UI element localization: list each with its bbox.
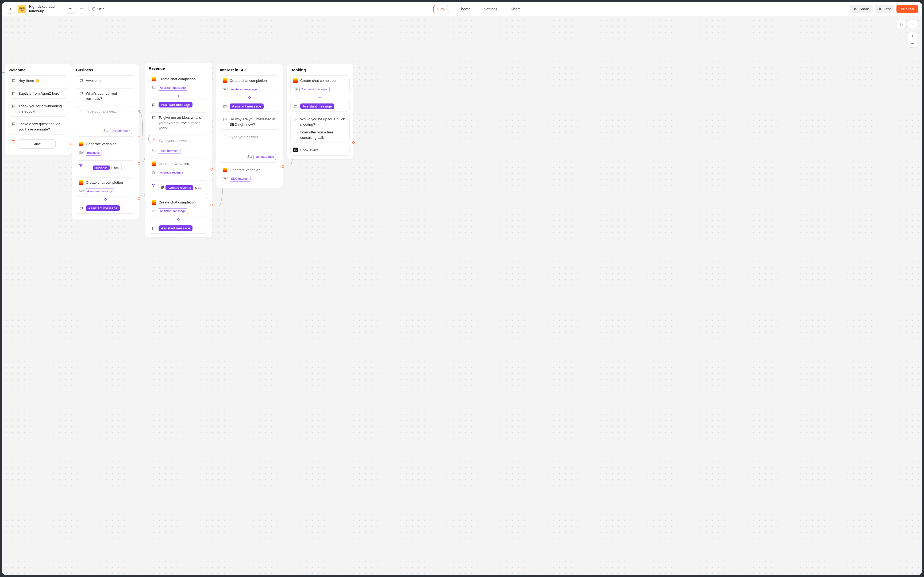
more-menu-button[interactable]: ···: [908, 20, 917, 29]
node-title: Business: [76, 68, 135, 72]
message-text: Hey there 👋: [18, 78, 65, 84]
node-business[interactable]: Business Awesome! What's your current bu…: [72, 64, 139, 219]
ai-link-icon: [290, 96, 350, 100]
undo-button[interactable]: [66, 5, 75, 14]
mistral-icon: [151, 161, 156, 166]
svg-rect-5: [12, 141, 15, 143]
publish-button[interactable]: Publish: [897, 5, 918, 13]
set-label: Set: [151, 149, 156, 153]
input-placeholder: Type your answer...: [230, 134, 261, 140]
message-text: I have a few questions, do you have a mi…: [18, 121, 65, 132]
ai-link-icon: [220, 96, 279, 100]
var-pill-assistant-message: Assistant message: [158, 208, 188, 214]
redo-button[interactable]: [76, 5, 85, 14]
var-pill-assistant-message: Assistant message: [229, 87, 259, 92]
text-input-icon: [223, 135, 227, 139]
flow-title: High ticket lead follow-up: [29, 5, 61, 13]
set-label: Set: [79, 150, 84, 155]
message-text: So why are you interested in SEO right n…: [230, 116, 276, 127]
node-revenue[interactable]: Revenue Create chat completion SetAssist…: [145, 63, 212, 237]
canvas[interactable]: {} ··· + − Welcome Hey there 👋 Baptiste …: [2, 16, 922, 575]
tab-theme[interactable]: Theme: [455, 5, 474, 13]
message-text: Baptiste from AgenZ here.: [18, 91, 65, 96]
message-text: Would you be up for a quick meeting?: [300, 116, 347, 127]
mistral-icon: [79, 180, 84, 185]
var-pill-avg-revenue: Average revenue: [158, 170, 185, 176]
share-label: Share: [859, 7, 869, 11]
node-booking[interactable]: Booking Create chat completion SetAssist…: [287, 64, 353, 160]
test-label: Test: [884, 7, 890, 11]
chat-icon: [293, 117, 298, 121]
var-pill-business: Business: [85, 150, 102, 156]
svg-marker-4: [880, 8, 882, 10]
message-text: Awesome!: [86, 78, 132, 84]
set-label: Set: [151, 170, 156, 175]
mistral-icon: [151, 77, 156, 81]
text-input-icon: [151, 139, 156, 143]
chat-icon: [151, 226, 156, 230]
back-button[interactable]: [6, 5, 15, 14]
node-title: Revenue: [149, 66, 208, 71]
chat-icon: [293, 104, 298, 109]
action-text: Book event: [300, 148, 347, 153]
if-label: IF: [89, 166, 92, 170]
tab-flow[interactable]: Flow: [433, 5, 449, 13]
node-title: Interest in SEO: [220, 68, 279, 72]
action-text: Generate variables: [86, 142, 132, 147]
mistral-icon: [151, 200, 156, 205]
choice-option[interactable]: Sure!: [18, 139, 56, 149]
set-label: Set: [151, 85, 156, 90]
assistant-message-chip: Assistant message: [230, 103, 264, 109]
chat-icon: [11, 122, 16, 126]
help-label: Help: [97, 7, 105, 11]
is-set-label: is set: [111, 166, 119, 170]
chat-icon: [223, 117, 227, 121]
set-label: Set: [223, 87, 227, 92]
var-pill-last-utterance: last utterance: [158, 148, 180, 154]
zoom-controls: + −: [908, 32, 917, 48]
mistral-icon: [293, 78, 298, 83]
action-text: Generate variables: [159, 161, 205, 167]
share-button[interactable]: Share: [850, 5, 872, 13]
chat-icon: [79, 91, 84, 96]
chat-icon: [151, 115, 156, 120]
var-pill-business: Business: [93, 166, 109, 170]
assistant-message-chip: Assistant message: [159, 102, 193, 108]
input-placeholder: Type your answer...: [159, 138, 190, 143]
chat-icon: [151, 103, 156, 107]
zoom-in-button[interactable]: +: [908, 32, 917, 40]
var-pill-last-utterance: last utterance: [109, 128, 132, 134]
topbar: 🤓 High ticket lead follow-up Help Flow T…: [2, 2, 922, 16]
chat-icon: [11, 104, 16, 108]
mistral-icon: [223, 168, 227, 172]
set-label: Set: [151, 209, 156, 213]
node-title: Booking: [290, 68, 350, 72]
input-placeholder: Type your answer...: [86, 109, 117, 114]
help-button[interactable]: Help: [88, 5, 108, 13]
message-text: To give me an idea, what's your average …: [159, 115, 205, 131]
var-pill-assistant-message: Assistant message: [299, 87, 330, 92]
chat-icon: [11, 91, 16, 96]
set-label: Set: [247, 155, 252, 159]
svg-point-1: [93, 10, 94, 10]
tab-share[interactable]: Share: [507, 5, 524, 13]
svg-point-3: [856, 9, 857, 10]
var-pill-avg-revenue: Average revenue: [166, 185, 193, 190]
code-view-button[interactable]: {}: [897, 20, 906, 29]
message-text: I can offer you a free consulting call.: [300, 130, 347, 140]
action-text: Create chat completion: [300, 78, 347, 84]
assistant-message-chip: Assistant message: [300, 103, 334, 109]
tab-settings[interactable]: Settings: [480, 5, 501, 13]
action-text: Create chat completion: [159, 76, 205, 82]
filter-icon: [151, 183, 156, 188]
text-input-icon: [79, 109, 84, 114]
zoom-out-button[interactable]: −: [908, 40, 917, 47]
test-button[interactable]: Test: [875, 5, 894, 13]
chat-icon: [11, 78, 16, 83]
ai-link-icon: [149, 94, 208, 98]
is-set-label: is set: [195, 186, 203, 190]
node-seo[interactable]: Interest in SEO Create chat completion S…: [216, 64, 283, 188]
message-text: What's your current business?: [86, 91, 132, 102]
node-welcome[interactable]: Welcome Hey there 👋 Baptiste from AgenZ …: [5, 64, 72, 155]
chat-icon: [223, 104, 227, 109]
